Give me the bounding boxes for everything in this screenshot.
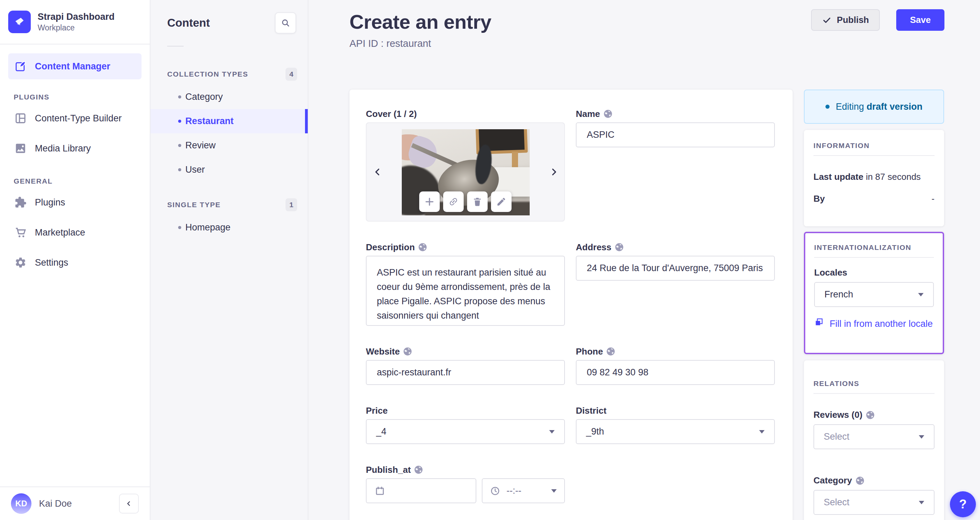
edit-asset-button[interactable] xyxy=(491,191,512,212)
bullet-icon xyxy=(178,95,181,99)
clock-icon xyxy=(490,486,500,496)
internationalization-title: INTERNATIONALIZATION xyxy=(814,243,934,251)
publish-button[interactable]: Publish xyxy=(811,9,880,31)
chevron-down-icon xyxy=(551,489,557,493)
app-subtitle: Workplace xyxy=(38,22,115,33)
phone-input[interactable] xyxy=(576,360,775,385)
single-type-count: 1 xyxy=(286,198,297,211)
globe-icon xyxy=(403,347,412,356)
website-input[interactable] xyxy=(366,360,565,385)
sidebar-item-label: Settings xyxy=(35,258,68,268)
chevron-down-icon xyxy=(919,501,924,504)
avatar: KD xyxy=(11,493,32,514)
chevron-left-icon xyxy=(373,167,382,177)
sidebar-item-content-type-builder[interactable]: Content-Type Builder xyxy=(8,103,142,134)
strapi-dashboard: Strapi Dashboard Workplace Content Manag… xyxy=(0,0,980,520)
field-district: District _9th xyxy=(576,406,775,444)
subnav-item-review[interactable]: Review xyxy=(150,134,308,157)
divider xyxy=(814,257,934,258)
globe-icon xyxy=(856,476,864,485)
carousel-prev-button[interactable] xyxy=(371,165,384,179)
layout-icon xyxy=(14,111,27,125)
category-label: Category xyxy=(813,475,934,486)
sidebar-item-plugins[interactable]: Plugins xyxy=(8,188,142,218)
last-update-row: Last update in 87 seconds xyxy=(813,172,934,182)
sidebar-item-content-manager[interactable]: Content Manager xyxy=(8,53,142,80)
sidebar-item-media-library[interactable]: Media Library xyxy=(8,134,142,164)
workspace-brand[interactable]: Strapi Dashboard Workplace xyxy=(0,0,150,45)
chevron-down-icon xyxy=(919,435,924,439)
chevron-down-icon xyxy=(549,430,555,434)
copy-icon xyxy=(814,317,824,327)
nav-section-plugins: PLUGINS xyxy=(8,93,142,101)
search-button[interactable] xyxy=(275,12,296,33)
description-textarea[interactable]: ASPIC est un restaurant parisien situé a… xyxy=(366,256,565,326)
address-input[interactable] xyxy=(576,256,775,281)
sidebar-item-label: Plugins xyxy=(35,197,65,208)
draft-status-banner: Editing draft version xyxy=(804,89,944,124)
chevron-right-icon xyxy=(549,167,559,177)
sidebar-item-settings[interactable]: Settings xyxy=(8,248,142,278)
chevron-down-icon xyxy=(918,293,924,296)
bullet-icon xyxy=(178,168,181,171)
calendar-icon xyxy=(375,486,385,496)
subnav-divider xyxy=(167,46,184,46)
collection-types-count: 4 xyxy=(286,68,297,81)
api-id-subtitle: API ID : restaurant xyxy=(350,38,492,49)
globe-icon xyxy=(866,410,875,420)
draft-dot-icon xyxy=(826,105,830,109)
check-icon xyxy=(822,15,832,25)
globe-icon xyxy=(414,465,423,474)
field-phone: Phone xyxy=(576,346,775,385)
sidebar-user-row: KD Kai Doe xyxy=(0,487,150,520)
reviews-select[interactable]: Select xyxy=(813,424,934,449)
field-address: Address xyxy=(576,242,775,326)
relations-panel: RELATIONS Reviews (0) Select Category Se… xyxy=(804,360,944,520)
subnav-item-homepage[interactable]: Homepage xyxy=(150,215,308,240)
entry-form-card: Cover (1 / 2) xyxy=(350,89,792,520)
date-picker-input[interactable] xyxy=(366,478,476,503)
field-price: Price _4 xyxy=(366,406,565,444)
trash-icon xyxy=(472,197,482,207)
pencil-icon xyxy=(496,197,506,207)
search-icon xyxy=(281,19,290,27)
time-picker-input[interactable]: --:-- xyxy=(482,478,565,503)
delete-asset-button[interactable] xyxy=(467,191,488,212)
bullet-icon xyxy=(178,120,181,123)
app-title: Strapi Dashboard xyxy=(38,11,115,22)
reviews-label: Reviews (0) xyxy=(813,410,934,420)
sidebar-item-marketplace[interactable]: Marketplace xyxy=(8,218,142,248)
district-select[interactable]: _9th xyxy=(576,419,775,444)
bullet-icon xyxy=(178,144,181,147)
save-button[interactable]: Save xyxy=(896,9,945,31)
globe-icon xyxy=(418,243,427,251)
main-sidebar: Strapi Dashboard Workplace Content Manag… xyxy=(0,0,150,520)
bullet-icon xyxy=(178,226,181,229)
fill-from-locale-link[interactable]: Fill in from another locale xyxy=(814,317,934,330)
information-panel: INFORMATION Last update in 87 seconds By… xyxy=(804,130,944,226)
category-select[interactable]: Select xyxy=(813,490,934,515)
cart-icon xyxy=(14,226,27,239)
time-placeholder: --:-- xyxy=(506,485,521,496)
sidebar-item-label: Content Manager xyxy=(35,61,110,72)
field-description: Description ASPIC est un restaurant pari… xyxy=(366,242,565,326)
carousel-next-button[interactable] xyxy=(547,165,561,179)
subnav-item-user[interactable]: User xyxy=(150,157,308,182)
globe-icon xyxy=(615,243,624,251)
collapse-sidebar-button[interactable] xyxy=(119,494,139,514)
add-asset-button[interactable] xyxy=(419,191,440,212)
locale-select[interactable]: French xyxy=(814,282,934,307)
name-input[interactable] xyxy=(576,122,775,147)
nav-section-general: GENERAL xyxy=(8,177,142,185)
strapi-logo-icon xyxy=(8,11,31,33)
help-button[interactable]: ? xyxy=(950,491,976,517)
subnav-item-restaurant[interactable]: Restaurant xyxy=(150,109,308,134)
copy-link-button[interactable] xyxy=(443,191,464,212)
price-select[interactable]: _4 xyxy=(366,419,565,444)
information-title: INFORMATION xyxy=(813,142,934,150)
divider xyxy=(813,393,934,394)
cover-photo-actions xyxy=(419,191,512,212)
subnav-item-category[interactable]: Category xyxy=(150,85,308,109)
field-publish-at: Publish_at --:-- xyxy=(366,464,565,503)
gear-icon xyxy=(14,256,27,269)
